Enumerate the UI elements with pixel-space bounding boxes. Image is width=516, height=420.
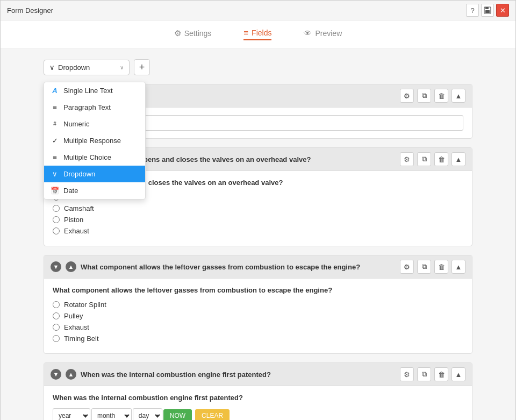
question-title-3: What component allows the leftover gasse… <box>81 263 360 271</box>
single-line-text-icon: A <box>51 87 59 95</box>
settings-icon: ⚙ <box>174 29 181 38</box>
up-btn-4[interactable]: ▲ <box>452 367 465 381</box>
field-type-dropdown[interactable]: ∨ Dropdown ∨ <box>44 60 130 75</box>
radio-timing-belt[interactable] <box>53 335 60 342</box>
menu-item-multiple-response[interactable]: ✓ Multiple Response <box>44 132 145 149</box>
question-title-4: When was the internal combustion engine … <box>81 371 271 379</box>
question-card-4: ▼ ▲ When was the internal combustion eng… <box>44 362 472 420</box>
list-item: Exhaust <box>53 227 463 235</box>
title-bar: Form Designer ? ✕ <box>1 1 515 20</box>
month-select[interactable]: month <box>91 408 132 420</box>
svg-rect-1 <box>485 7 489 9</box>
list-item: Exhaust <box>53 323 463 331</box>
question-body-3: What component allows the leftover gasse… <box>44 279 472 353</box>
settings-btn-2[interactable]: ⚙ <box>400 152 414 166</box>
settings-btn-4[interactable]: ⚙ <box>400 367 414 381</box>
copy-btn-3[interactable]: ⧉ <box>417 260 431 274</box>
question-body-4: When was the internal combustion engine … <box>44 386 472 420</box>
fields-icon: ≡ <box>243 28 248 37</box>
multiple-response-icon: ✓ <box>51 137 59 145</box>
up-btn-1[interactable]: ▲ <box>452 89 465 103</box>
close-button[interactable]: ✕ <box>496 4 509 17</box>
tab-fields-label: Fields <box>252 29 271 37</box>
clear-button[interactable]: CLEAR <box>195 409 230 420</box>
save-button[interactable] <box>481 4 494 17</box>
question-header-3: ▼ ▲ What component allows the leftover g… <box>44 255 472 279</box>
paragraph-text-icon: ≡ <box>51 103 59 111</box>
list-item: Piston <box>53 216 463 224</box>
question-header-left-3: ▼ ▲ What component allows the leftover g… <box>51 261 360 272</box>
day-select[interactable]: day <box>133 408 162 420</box>
menu-item-multiple-choice-label: Multiple Choice <box>63 153 111 161</box>
menu-item-numeric[interactable]: # Numeric <box>44 116 145 132</box>
help-button[interactable]: ? <box>466 4 479 17</box>
menu-item-paragraph-text-label: Paragraph Text <box>63 103 111 111</box>
delete-btn-4[interactable]: 🗑 <box>434 367 448 381</box>
toggle-expand-btn-4[interactable]: ▲ <box>66 369 76 380</box>
radio-exhaust-q3[interactable] <box>53 324 60 331</box>
settings-btn-1[interactable]: ⚙ <box>400 89 414 103</box>
tab-preview[interactable]: 👁 Preview <box>304 28 342 40</box>
list-item: Timing Belt <box>53 334 463 343</box>
menu-item-numeric-label: Numeric <box>63 120 89 128</box>
tab-preview-label: Preview <box>315 29 342 38</box>
main-window: Form Designer ? ✕ ⚙ Settings ≡ Fields 👁 … <box>0 0 516 420</box>
radio-rotator-splint[interactable] <box>53 301 60 308</box>
toggle-collapse-btn-4[interactable]: ▼ <box>51 369 61 380</box>
window-title: Form Designer <box>7 6 53 15</box>
dropdown-menu-icon: ∨ <box>51 170 59 178</box>
year-select[interactable]: year <box>53 408 90 420</box>
tab-fields[interactable]: ≡ Fields <box>243 28 271 40</box>
menu-item-multiple-response-label: Multiple Response <box>63 137 121 145</box>
question-card-3: ▼ ▲ What component allows the leftover g… <box>44 255 472 354</box>
question-header-4: ▼ ▲ When was the internal combustion eng… <box>44 363 472 386</box>
copy-btn-4[interactable]: ⧉ <box>417 367 431 381</box>
question-actions-4: ⚙ ⧉ 🗑 ▲ <box>400 367 465 381</box>
list-item: Pulley <box>53 312 463 320</box>
up-btn-2[interactable]: ▲ <box>452 152 465 166</box>
question-text-3: What component allows the leftover gasse… <box>53 286 463 294</box>
menu-item-multiple-choice[interactable]: ≡ Multiple Choice <box>44 149 145 166</box>
menu-item-paragraph-text[interactable]: ≡ Paragraph Text <box>44 99 145 116</box>
question-header-left-4: ▼ ▲ When was the internal combustion eng… <box>51 369 271 380</box>
menu-item-single-line-text-label: Single Line Text <box>63 87 113 95</box>
menu-item-dropdown-label: Dropdown <box>63 170 95 178</box>
copy-btn-1[interactable]: ⧉ <box>417 89 431 103</box>
delete-btn-1[interactable]: 🗑 <box>434 89 448 103</box>
preview-icon: 👁 <box>304 29 312 38</box>
chevron-down-icon: ∨ <box>120 65 124 70</box>
settings-btn-3[interactable]: ⚙ <box>400 260 414 274</box>
date-icon: 📅 <box>51 187 59 195</box>
toggle-expand-btn-3[interactable]: ▲ <box>66 261 76 272</box>
tab-settings-label: Settings <box>184 29 212 38</box>
main-content: ∨ Dropdown ∨ + A Single Line Text ≡ Para… <box>1 48 515 420</box>
delete-btn-3[interactable]: 🗑 <box>434 260 448 274</box>
radio-pulley[interactable] <box>53 312 60 319</box>
question-actions-3: ⚙ ⧉ 🗑 ▲ <box>400 260 465 274</box>
title-bar-actions: ? ✕ <box>466 4 509 17</box>
now-button[interactable]: NOW <box>163 409 192 420</box>
toolbar-row: ∨ Dropdown ∨ + <box>44 59 472 75</box>
dropdown-label: Dropdown <box>58 63 90 72</box>
dropdown-icon: ∨ <box>49 63 55 72</box>
tab-settings[interactable]: ⚙ Settings <box>174 28 212 40</box>
radio-camshaft[interactable] <box>53 205 60 212</box>
numeric-icon: # <box>51 121 59 127</box>
svg-rect-2 <box>485 10 490 13</box>
menu-item-date[interactable]: 📅 Date <box>44 182 145 199</box>
question-text-4: When was the internal combustion engine … <box>53 394 463 402</box>
add-field-button[interactable]: + <box>134 59 150 75</box>
radio-exhaust[interactable] <box>53 227 60 234</box>
question-actions-2: ⚙ ⧉ 🗑 ▲ <box>400 152 465 166</box>
radio-piston[interactable] <box>53 216 60 223</box>
delete-btn-2[interactable]: 🗑 <box>434 152 448 166</box>
tab-bar: ⚙ Settings ≡ Fields 👁 Preview <box>1 20 515 48</box>
toggle-collapse-btn-3[interactable]: ▼ <box>51 261 61 272</box>
menu-item-dropdown[interactable]: ∨ Dropdown <box>44 166 145 182</box>
menu-item-single-line-text[interactable]: A Single Line Text <box>44 82 145 99</box>
up-btn-3[interactable]: ▲ <box>452 260 465 274</box>
multiple-choice-icon: ≡ <box>51 153 59 161</box>
copy-btn-2[interactable]: ⧉ <box>417 152 431 166</box>
dropdown-menu: A Single Line Text ≡ Paragraph Text # Nu… <box>44 82 146 200</box>
question-actions-1: ⚙ ⧉ 🗑 ▲ <box>400 89 465 103</box>
